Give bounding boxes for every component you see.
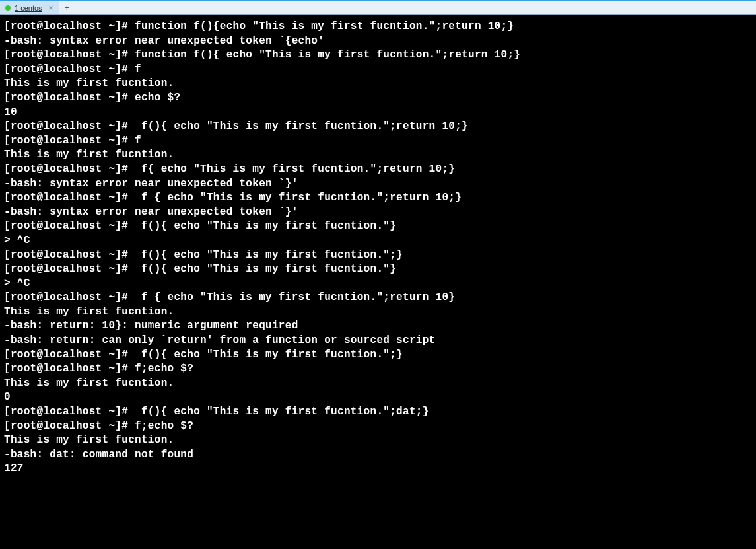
terminal-line: -bash: dat: command not found bbox=[4, 448, 752, 462]
terminal-output[interactable]: [root@localhost ~]# function f(){echo "T… bbox=[0, 15, 756, 549]
terminal-line: 10 bbox=[4, 106, 752, 120]
terminal-line: > ^C bbox=[4, 234, 752, 248]
terminal-line: [root@localhost ~]# function f(){ echo "… bbox=[4, 48, 752, 63]
terminal-line: This is my first fucntion. bbox=[4, 433, 752, 448]
terminal-line: [root@localhost ~]# f { echo "This is my… bbox=[4, 291, 752, 305]
terminal-line: [root@localhost ~]# f(){ echo "This is m… bbox=[4, 120, 752, 134]
terminal-line: This is my first fucntion. bbox=[4, 148, 752, 163]
plus-icon: + bbox=[65, 3, 70, 13]
terminal-line: [root@localhost ~]# function f(){echo "T… bbox=[4, 20, 752, 34]
terminal-line: -bash: syntax error near unexpected toke… bbox=[4, 34, 752, 49]
terminal-line: [root@localhost ~]# f { echo "This is my… bbox=[4, 191, 752, 205]
terminal-line: This is my first fucntion. bbox=[4, 305, 752, 320]
tab-label: 1 centos bbox=[15, 4, 42, 12]
terminal-line: 0 bbox=[4, 390, 752, 405]
terminal-line: [root@localhost ~]# echo $? bbox=[4, 91, 752, 106]
terminal-line: -bash: return: 10}: numeric argument req… bbox=[4, 319, 752, 334]
terminal-line: -bash: return: can only `return' from a … bbox=[4, 334, 752, 348]
terminal-line: [root@localhost ~]# f bbox=[4, 134, 752, 149]
terminal-line: [root@localhost ~]# f bbox=[4, 63, 752, 77]
terminal-line: This is my first fucntion. bbox=[4, 77, 752, 91]
close-icon[interactable]: × bbox=[49, 3, 53, 13]
tab-bar: 1 centos × + bbox=[0, 0, 756, 15]
terminal-line: [root@localhost ~]# f;echo $? bbox=[4, 362, 752, 377]
terminal-line: -bash: syntax error near unexpected toke… bbox=[4, 205, 752, 220]
terminal-line: -bash: syntax error near unexpected toke… bbox=[4, 177, 752, 192]
terminal-line: This is my first fucntion. bbox=[4, 377, 752, 391]
status-dot-icon bbox=[5, 5, 11, 11]
terminal-line: [root@localhost ~]# f(){ echo "This is m… bbox=[4, 262, 752, 277]
terminal-line: [root@localhost ~]# f{ echo "This is my … bbox=[4, 163, 752, 177]
terminal-line: [root@localhost ~]# f(){ echo "This is m… bbox=[4, 248, 752, 263]
add-tab-button[interactable]: + bbox=[59, 1, 76, 14]
tab-centos[interactable]: 1 centos × bbox=[0, 1, 59, 14]
terminal-line: 127 bbox=[4, 462, 752, 476]
terminal-line: > ^C bbox=[4, 277, 752, 291]
terminal-line: [root@localhost ~]# f(){ echo "This is m… bbox=[4, 405, 752, 420]
terminal-line: [root@localhost ~]# f(){ echo "This is m… bbox=[4, 348, 752, 363]
terminal-line: [root@localhost ~]# f;echo $? bbox=[4, 420, 752, 434]
terminal-line: [root@localhost ~]# f(){ echo "This is m… bbox=[4, 219, 752, 234]
